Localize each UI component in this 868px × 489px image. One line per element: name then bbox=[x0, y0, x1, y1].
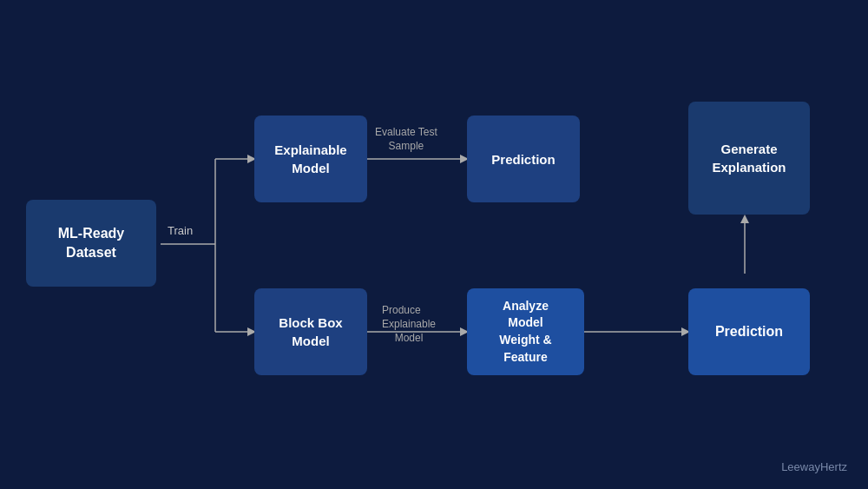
generate-explanation-label: Generate Explanation bbox=[712, 140, 786, 176]
generate-explanation-box: Generate Explanation bbox=[688, 102, 810, 215]
prediction-top-label: Prediction bbox=[491, 150, 555, 169]
black-box-model-box: Block Box Model bbox=[254, 288, 367, 375]
analyze-label: Analyze Model Weight & Feature bbox=[499, 298, 551, 366]
analyze-box: Analyze Model Weight & Feature bbox=[467, 288, 584, 375]
black-box-model-label: Block Box Model bbox=[279, 314, 342, 350]
produce-label: Produce bbox=[382, 304, 421, 318]
prediction-bottom-label: Prediction bbox=[715, 322, 783, 341]
diagram-container: ML-Ready Dataset Train Explainable Model… bbox=[0, 0, 868, 489]
dataset-label: ML-Ready Dataset bbox=[58, 224, 124, 263]
dataset-box: ML-Ready Dataset bbox=[26, 200, 156, 287]
watermark: LeewayHertz bbox=[781, 460, 847, 473]
svg-marker-13 bbox=[740, 215, 749, 223]
explainable-model-sub-label: Explainable Model bbox=[382, 318, 436, 345]
explainable-model-box: Explainable Model bbox=[254, 116, 367, 202]
prediction-bottom-box: Prediction bbox=[688, 288, 810, 375]
train-label: Train bbox=[168, 224, 193, 239]
explainable-model-label: Explainable Model bbox=[274, 141, 346, 177]
prediction-top-box: Prediction bbox=[467, 116, 580, 202]
evaluate-label: Evaluate Test Sample bbox=[375, 126, 437, 153]
